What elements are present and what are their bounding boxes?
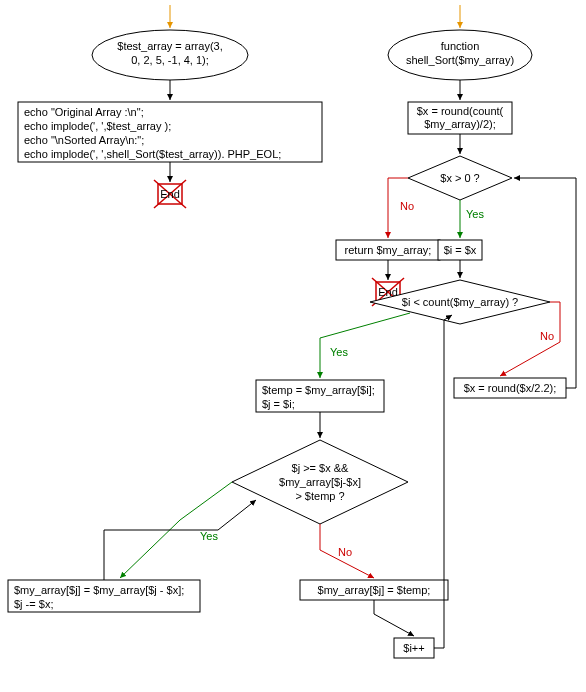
incr-text: $i++ (403, 642, 424, 654)
start-text-left-2: 0, 2, 5, -1, 4, 1); (131, 54, 209, 66)
end-node-left: End (154, 180, 186, 208)
arrow-assign-incr (374, 600, 414, 636)
arrow-xupdate-back (514, 178, 576, 388)
code-line-1: echo "Original Array :\n"; (24, 106, 144, 118)
code-line-3: echo "\nSorted Array\n:"; (24, 134, 144, 146)
iinit-text: $i = $x (444, 244, 477, 256)
svg-text:End: End (160, 188, 180, 200)
label-x-yes: Yes (466, 208, 484, 220)
tempinit-text-1: $temp = $my_array[$i]; (262, 384, 375, 396)
cond-j-text-3: > $temp ? (295, 490, 344, 502)
xupdate-text: $x = round($x/2.2); (464, 382, 557, 394)
label-j-yes: Yes (200, 530, 218, 542)
assign-temp-text: $my_array[$j] = $temp; (318, 584, 431, 596)
code-line-4: echo implode(', ',shell_Sort($test_array… (24, 148, 281, 160)
flowchart-canvas: $test_array = array(3, 0, 2, 5, -1, 4, 1… (0, 0, 586, 692)
label-i-no: No (540, 330, 554, 342)
cond-x-text: $x > 0 ? (440, 172, 479, 184)
func-text-1: function (441, 40, 480, 52)
arrow-swap-back (104, 500, 256, 580)
func-text-2: shell_Sort($my_array) (406, 54, 514, 66)
code-line-2: echo implode(', ',$test_array ); (24, 120, 171, 132)
cond-j-text-2: $my_array[$j-$x] (279, 476, 361, 488)
start-text-left-1: $test_array = array(3, (117, 40, 222, 52)
return-text: return $my_array; (345, 244, 432, 256)
xinit-text-2: $my_array)/2); (424, 118, 496, 130)
label-i-yes: Yes (330, 346, 348, 358)
cond-j-text-1: $j >= $x && (292, 462, 350, 474)
tempinit-text-2: $j = $i; (262, 398, 295, 410)
swap-text-1: $my_array[$j] = $my_array[$j - $x]; (14, 584, 184, 596)
xinit-text-1: $x = round(count( (417, 105, 504, 117)
label-x-no: No (400, 200, 414, 212)
cond-i-text: $i < count($my_array) ? (402, 296, 518, 308)
label-j-no: No (338, 546, 352, 558)
swap-text-2: $j -= $x; (14, 598, 53, 610)
